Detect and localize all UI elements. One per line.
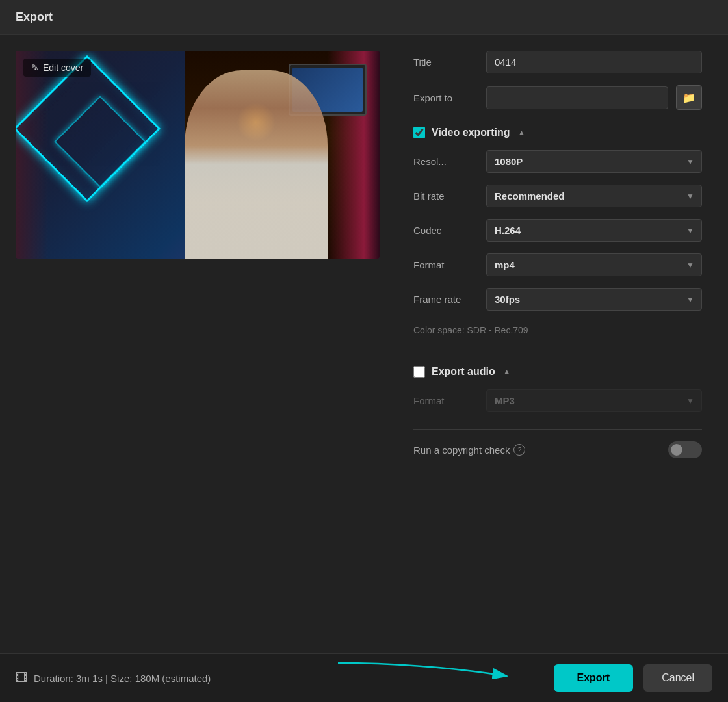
video-section-arrow: ▲ [518, 128, 526, 137]
edit-cover-button[interactable]: ✎ Edit cover [23, 58, 91, 77]
framerate-label: Frame rate [413, 294, 478, 305]
bitrate-select[interactable]: Low Medium Recommended High [486, 185, 702, 207]
video-section-title: Video exporting [432, 127, 510, 138]
audio-format-select[interactable]: MP3 AAC WAV [486, 389, 702, 412]
audio-format-select-wrapper: MP3 AAC WAV ▼ [486, 389, 702, 412]
dialog-body: ✎ Edit cover Title Export to 📁 [0, 35, 728, 653]
codec-label: Codec [413, 225, 478, 236]
resolution-label: Resol... [413, 156, 478, 167]
video-thumbnail[interactable]: ✎ Edit cover [16, 51, 380, 259]
copyright-label-group: Run a copyright check ? [413, 444, 668, 456]
resolution-row: Resol... 720P 1080P 2K 4K ▼ [413, 150, 702, 173]
export-to-label: Export to [413, 92, 478, 103]
dialog-footer: 🎞 Duration: 3m 1s | Size: 180M (estimate… [0, 653, 728, 702]
format-row: Format mp4 mov avi mkv ▼ [413, 254, 702, 276]
folder-icon: 📁 [682, 92, 696, 104]
bitrate-label: Bit rate [413, 190, 478, 202]
copyright-info-icon[interactable]: ? [514, 444, 525, 456]
color-space-text: Color space: SDR - Rec.709 [413, 325, 702, 335]
audio-format-label: Format [413, 395, 478, 406]
codec-row: Codec H.264 H.265 ▼ [413, 219, 702, 242]
resolution-select[interactable]: 720P 1080P 2K 4K [486, 150, 702, 173]
audio-section-header: Export audio ▲ [413, 366, 702, 378]
duration-text: Duration: 3m 1s | Size: 180M (estimated) [34, 673, 211, 684]
left-panel: ✎ Edit cover [16, 51, 393, 638]
video-exporting-checkbox[interactable] [413, 127, 425, 138]
audio-format-row: Format MP3 AAC WAV ▼ [413, 389, 702, 412]
export-to-row: Export to 📁 [413, 85, 702, 110]
dialog-titlebar: Export [0, 0, 728, 35]
copyright-toggle[interactable] [668, 441, 702, 458]
pencil-icon: ✎ [31, 62, 39, 73]
export-to-input[interactable] [486, 86, 668, 109]
right-panel: Title Export to 📁 Video exporting ▲ Reso… [413, 51, 712, 638]
resolution-select-wrapper: 720P 1080P 2K 4K ▼ [486, 150, 702, 173]
section-divider [413, 354, 702, 354]
framerate-row: Frame rate 24fps 25fps 30fps 60fps ▼ [413, 288, 702, 311]
title-input[interactable] [486, 51, 702, 73]
footer-actions: Export Cancel [554, 664, 712, 692]
codec-select-wrapper: H.264 H.265 ▼ [486, 219, 702, 242]
format-label: Format [413, 259, 478, 270]
export-audio-checkbox[interactable] [413, 366, 425, 378]
export-dialog: Export [0, 0, 728, 702]
person-silhouette [185, 70, 328, 259]
audio-section-title: Export audio [432, 366, 495, 378]
bitrate-row: Bit rate Low Medium Recommended High ▼ [413, 185, 702, 207]
framerate-select[interactable]: 24fps 25fps 30fps 60fps [486, 288, 702, 311]
film-icon: 🎞 [16, 671, 27, 685]
export-button[interactable]: Export [554, 664, 634, 692]
duration-info: 🎞 Duration: 3m 1s | Size: 180M (estimate… [16, 671, 211, 685]
copyright-row: Run a copyright check ? [413, 441, 702, 458]
toggle-knob [671, 444, 682, 456]
thumbnail-bg [16, 51, 380, 259]
audio-section-arrow: ▲ [503, 367, 511, 376]
edit-cover-label: Edit cover [43, 62, 83, 73]
title-row: Title [413, 51, 702, 73]
video-section-header: Video exporting ▲ [413, 127, 702, 138]
copyright-text: Run a copyright check [413, 445, 510, 456]
framerate-select-wrapper: 24fps 25fps 30fps 60fps ▼ [486, 288, 702, 311]
dialog-title: Export [16, 10, 53, 23]
format-select-wrapper: mp4 mov avi mkv ▼ [486, 254, 702, 276]
audio-divider [413, 429, 702, 430]
bitrate-select-wrapper: Low Medium Recommended High ▼ [486, 185, 702, 207]
folder-browse-button[interactable]: 📁 [676, 85, 702, 110]
cancel-button[interactable]: Cancel [644, 664, 712, 692]
codec-select[interactable]: H.264 H.265 [486, 219, 702, 242]
format-select[interactable]: mp4 mov avi mkv [486, 254, 702, 276]
title-label: Title [413, 57, 478, 68]
